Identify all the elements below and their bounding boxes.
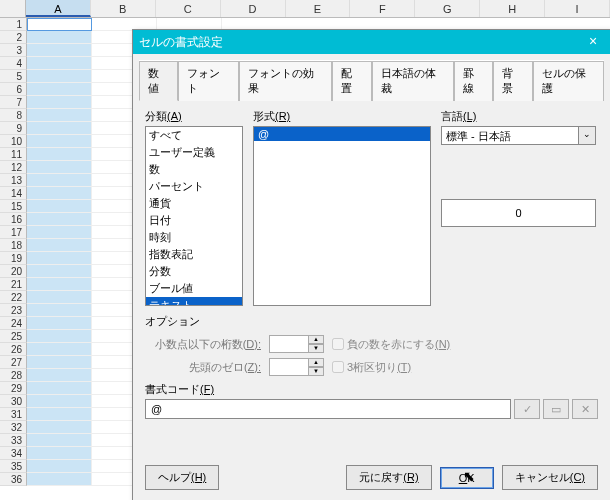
list-item[interactable]: ブール値	[146, 280, 242, 297]
ok-button[interactable]: OK	[440, 467, 494, 489]
row-header[interactable]: 34	[0, 447, 27, 460]
help-button[interactable]: ヘルプ(H)	[145, 465, 219, 490]
row-header[interactable]: 12	[0, 161, 27, 174]
cell[interactable]	[27, 226, 92, 239]
row-header[interactable]: 25	[0, 330, 27, 343]
cell[interactable]	[27, 330, 92, 343]
row-header[interactable]: 6	[0, 83, 27, 96]
row-header[interactable]: 36	[0, 473, 27, 486]
cell[interactable]	[27, 96, 92, 109]
row-header[interactable]: 19	[0, 252, 27, 265]
list-item[interactable]: 指数表記	[146, 246, 242, 263]
cell[interactable]	[27, 122, 92, 135]
check-icon[interactable]: ✓	[514, 399, 540, 419]
row-header[interactable]: 21	[0, 278, 27, 291]
tab-protection[interactable]: セルの保護	[533, 61, 605, 101]
reset-button[interactable]: 元に戻す(R)	[346, 465, 431, 490]
cell[interactable]	[27, 356, 92, 369]
language-value[interactable]: 標準 - 日本語	[441, 126, 579, 145]
tab-borders[interactable]: 罫線	[454, 61, 493, 101]
row-header[interactable]: 1	[0, 18, 27, 31]
cell[interactable]	[27, 174, 92, 187]
row-header[interactable]: 3	[0, 44, 27, 57]
cell[interactable]	[27, 148, 92, 161]
column-header-I[interactable]: I	[545, 0, 610, 17]
cell[interactable]	[27, 18, 92, 31]
cell[interactable]	[27, 213, 92, 226]
leading-zero-spinner[interactable]: ▲▼	[269, 358, 324, 376]
row-header[interactable]: 18	[0, 239, 27, 252]
list-item[interactable]: 日付	[146, 212, 242, 229]
cell[interactable]	[27, 239, 92, 252]
row-header[interactable]: 24	[0, 317, 27, 330]
row-header[interactable]: 26	[0, 343, 27, 356]
thousands-checkbox[interactable]: 3桁区切り(T)	[332, 360, 411, 375]
cell[interactable]	[27, 382, 92, 395]
cell[interactable]	[27, 421, 92, 434]
chevron-down-icon[interactable]: ⌄	[579, 126, 596, 145]
cell[interactable]	[27, 200, 92, 213]
column-header-D[interactable]: D	[221, 0, 286, 17]
decimals-input[interactable]	[269, 335, 309, 353]
cell[interactable]	[27, 317, 92, 330]
row-header[interactable]: 15	[0, 200, 27, 213]
cell[interactable]	[27, 57, 92, 70]
list-item[interactable]: @	[254, 127, 430, 141]
comment-icon[interactable]: ▭	[543, 399, 569, 419]
cell[interactable]	[27, 135, 92, 148]
row-header[interactable]: 28	[0, 369, 27, 382]
row-header[interactable]: 29	[0, 382, 27, 395]
row-header[interactable]: 7	[0, 96, 27, 109]
cell[interactable]	[27, 343, 92, 356]
row-header[interactable]: 16	[0, 213, 27, 226]
row-header[interactable]: 35	[0, 460, 27, 473]
row-header[interactable]: 30	[0, 395, 27, 408]
cell[interactable]	[27, 408, 92, 421]
cell[interactable]	[27, 291, 92, 304]
row-header[interactable]: 9	[0, 122, 27, 135]
close-icon[interactable]: ×	[582, 32, 604, 52]
row-header[interactable]: 8	[0, 109, 27, 122]
row-header[interactable]: 4	[0, 57, 27, 70]
cell[interactable]	[27, 31, 92, 44]
cell[interactable]	[27, 369, 92, 382]
cell[interactable]	[27, 278, 92, 291]
row-header[interactable]: 14	[0, 187, 27, 200]
language-combo[interactable]: 標準 - 日本語 ⌄	[441, 126, 596, 145]
row-header[interactable]: 17	[0, 226, 27, 239]
format-code-input[interactable]	[145, 399, 511, 419]
spin-up-icon[interactable]: ▲	[309, 358, 324, 367]
column-header-E[interactable]: E	[286, 0, 351, 17]
cell[interactable]	[27, 44, 92, 57]
row-header[interactable]: 10	[0, 135, 27, 148]
list-item[interactable]: 通貨	[146, 195, 242, 212]
list-item[interactable]: パーセント	[146, 178, 242, 195]
cell[interactable]	[27, 460, 92, 473]
spin-up-icon[interactable]: ▲	[309, 335, 324, 344]
row-header[interactable]: 27	[0, 356, 27, 369]
row-header[interactable]: 33	[0, 434, 27, 447]
row-header[interactable]: 23	[0, 304, 27, 317]
row-header[interactable]: 22	[0, 291, 27, 304]
list-item[interactable]: すべて	[146, 127, 242, 144]
row-header[interactable]: 11	[0, 148, 27, 161]
spin-down-icon[interactable]: ▼	[309, 367, 324, 376]
column-header-B[interactable]: B	[91, 0, 156, 17]
tab-font[interactable]: フォント	[178, 61, 239, 101]
tab-background[interactable]: 背景	[493, 61, 532, 101]
row-header[interactable]: 2	[0, 31, 27, 44]
cell[interactable]	[27, 70, 92, 83]
column-header-H[interactable]: H	[480, 0, 545, 17]
cell[interactable]	[27, 187, 92, 200]
cell[interactable]	[27, 109, 92, 122]
cancel-button[interactable]: キャンセル(C)	[502, 465, 598, 490]
row-header[interactable]: 20	[0, 265, 27, 278]
leading-zero-input[interactable]	[269, 358, 309, 376]
cell[interactable]	[27, 161, 92, 174]
cell[interactable]	[27, 473, 92, 486]
tab-numbers[interactable]: 数値	[139, 61, 178, 101]
dialog-titlebar[interactable]: セルの書式設定 ×	[133, 30, 610, 54]
cell[interactable]	[27, 434, 92, 447]
list-item[interactable]: 数	[146, 161, 242, 178]
cell[interactable]	[27, 265, 92, 278]
